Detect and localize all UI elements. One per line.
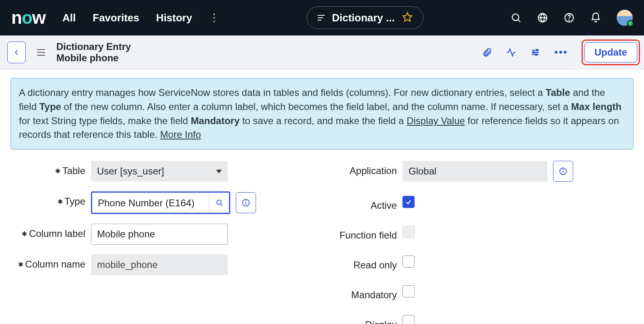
globe-icon[interactable] — [537, 12, 548, 23]
update-button[interactable]: Update — [584, 42, 637, 62]
banner-bold: Max length — [571, 101, 621, 112]
label-read-only: Read only — [322, 255, 402, 271]
label-table: Table — [10, 161, 91, 177]
label-display: Display — [322, 315, 402, 324]
display-value-link[interactable]: Display Value — [407, 115, 465, 126]
page-title: Dictionary Entry — [56, 41, 131, 52]
application-value: Global — [402, 161, 547, 182]
sub-header: Dictionary Entry Mobile phone ••• Update — [0, 35, 644, 69]
svg-point-6 — [569, 20, 569, 20]
label-function-field: Function field — [322, 225, 402, 241]
label-type: Type — [10, 191, 91, 208]
attachment-icon[interactable] — [482, 47, 492, 58]
chevron-down-icon — [216, 170, 222, 173]
type-input-value: Phone Number (E164) — [98, 197, 194, 209]
svg-line-14 — [221, 204, 222, 206]
function-field-checkbox — [402, 226, 415, 238]
form-left-column: Table User [sys_user] Type Phone Number … — [10, 161, 322, 324]
label-active: Active — [322, 195, 402, 212]
top-nav: now All Favorites History ⋮ Dictionary .… — [0, 0, 644, 35]
nav-link-favorites[interactable]: Favorites — [93, 12, 139, 24]
svg-point-13 — [217, 200, 221, 205]
page-subtitle: Mobile phone — [56, 52, 131, 64]
page-titles: Dictionary Entry Mobile phone — [56, 41, 131, 63]
more-info-link[interactable]: More Info — [160, 129, 201, 140]
read-only-checkbox[interactable] — [402, 255, 415, 268]
field-type: Type Phone Number (E164) — [10, 191, 322, 214]
type-reference-wrap: Phone Number (E164) — [91, 191, 230, 214]
table-select[interactable]: User [sys_user] — [91, 161, 228, 182]
table-select-value: User [sys_user] — [97, 166, 164, 177]
svg-point-17 — [246, 201, 246, 201]
field-read-only: Read only — [322, 255, 634, 271]
field-application: Application Global — [322, 161, 634, 182]
field-function-field: Function field — [322, 225, 634, 241]
nav-more-icon[interactable]: ⋮ — [209, 12, 219, 24]
more-actions-icon[interactable]: ••• — [554, 46, 568, 58]
field-active: Active — [322, 195, 634, 212]
banner-text: of the new column. Also enter a column l… — [61, 101, 571, 112]
display-checkbox[interactable] — [402, 315, 415, 324]
svg-marker-0 — [403, 12, 412, 21]
label-column-label: Column label — [10, 224, 91, 240]
application-info-button[interactable] — [553, 161, 573, 182]
breadcrumb-pill[interactable]: Dictionary ... — [307, 6, 423, 29]
logo[interactable]: now — [11, 8, 45, 28]
search-icon[interactable] — [510, 12, 522, 23]
banner-text: for text String type fields, make the fi… — [19, 115, 191, 126]
breadcrumb-title: Dictionary ... — [332, 12, 395, 24]
field-table: Table User [sys_user] — [10, 161, 322, 182]
svg-point-20 — [563, 170, 563, 170]
label-mandatory: Mandatory — [322, 285, 402, 301]
form: Table User [sys_user] Type Phone Number … — [10, 161, 634, 324]
column-label-value: Mobile phone — [97, 228, 155, 240]
label-application: Application — [322, 161, 402, 177]
application-text: Global — [409, 166, 436, 177]
info-banner: A dictionary entry manages how ServiceNo… — [10, 78, 634, 150]
svg-point-1 — [512, 14, 519, 21]
column-name-input[interactable]: mobile_phone — [91, 254, 228, 275]
banner-bold: Type — [39, 101, 61, 112]
nav-link-all[interactable]: All — [62, 12, 76, 24]
settings-icon[interactable] — [530, 47, 541, 58]
form-menu-icon[interactable] — [34, 46, 48, 59]
nav-utility-icons — [510, 10, 633, 26]
back-button[interactable] — [7, 42, 26, 63]
banner-bold: Mandatory — [191, 115, 239, 126]
bell-icon[interactable] — [590, 12, 601, 23]
activity-icon[interactable] — [506, 47, 516, 58]
active-checkbox[interactable] — [402, 196, 415, 208]
nav-links: All Favorites History — [62, 12, 192, 24]
type-input[interactable]: Phone Number (E164) — [92, 193, 209, 214]
label-column-name: Column name — [10, 254, 91, 270]
field-column-name: Column name mobile_phone — [10, 254, 322, 275]
column-label-input[interactable]: Mobile phone — [91, 224, 228, 245]
field-column-label: Column label Mobile phone — [10, 224, 322, 245]
banner-text: A dictionary entry manages how ServiceNo… — [19, 87, 546, 98]
type-info-button[interactable] — [236, 192, 256, 213]
content-area: A dictionary entry manages how ServiceNo… — [0, 69, 644, 324]
avatar[interactable] — [617, 10, 633, 26]
banner-text: to save a record, and make the field a — [239, 115, 407, 126]
update-button-highlight: Update — [582, 39, 640, 65]
column-name-value: mobile_phone — [97, 259, 158, 270]
list-icon — [318, 15, 325, 21]
type-lookup-button[interactable] — [209, 193, 229, 213]
field-display: Display — [322, 315, 634, 324]
help-icon[interactable] — [564, 12, 575, 23]
star-icon[interactable] — [402, 12, 413, 24]
mandatory-checkbox[interactable] — [402, 285, 415, 297]
nav-link-history[interactable]: History — [156, 12, 192, 24]
banner-bold: Table — [546, 87, 570, 98]
field-mandatory: Mandatory — [322, 285, 634, 301]
svg-line-2 — [518, 20, 520, 22]
form-right-column: Application Global Active — [322, 161, 634, 324]
